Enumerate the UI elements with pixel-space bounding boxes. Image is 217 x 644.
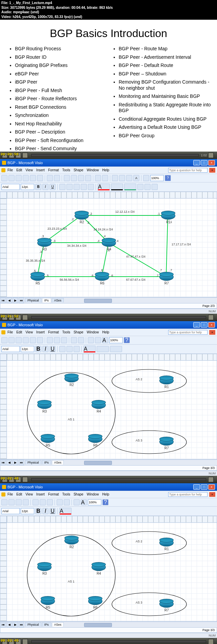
- tab-first-icon[interactable]: ⏮: [0, 298, 6, 303]
- menu-shape[interactable]: Shape: [74, 330, 83, 334]
- pointer-icon[interactable]: [88, 337, 94, 343]
- help-search-input[interactable]: [168, 330, 208, 335]
- router-r7[interactable]: [159, 600, 173, 607]
- volume-button[interactable]: [208, 315, 214, 320]
- router-r5[interactable]: [41, 435, 54, 442]
- justify-icon[interactable]: [81, 184, 87, 190]
- font-name-dropdown[interactable]: Arial: [1, 346, 20, 352]
- menu-window[interactable]: Window: [87, 330, 99, 334]
- tab-next-icon[interactable]: ▶: [13, 622, 18, 627]
- stop-button[interactable]: [22, 477, 28, 482]
- zoom-dropdown[interactable]: 100%: [88, 499, 101, 505]
- tab-next-icon[interactable]: ▶: [13, 460, 18, 465]
- router-r2[interactable]: [64, 537, 78, 544]
- underline-icon[interactable]: U: [50, 346, 56, 352]
- open-icon[interactable]: [8, 175, 15, 181]
- font-name-dropdown[interactable]: Arial: [1, 184, 20, 190]
- menu-insert[interactable]: Insert: [36, 492, 45, 496]
- save-icon[interactable]: [16, 175, 22, 181]
- redo-icon[interactable]: [64, 499, 70, 505]
- router-r4[interactable]: [92, 563, 105, 570]
- line-ends-icon[interactable]: [152, 184, 158, 190]
- mail-icon[interactable]: [23, 337, 29, 343]
- menu-view[interactable]: View: [25, 330, 33, 334]
- seek-track[interactable]: [31, 154, 199, 157]
- undo-icon[interactable]: [71, 337, 77, 343]
- underline-icon[interactable]: U: [50, 508, 56, 514]
- font-size-dropdown[interactable]: 12pt.: [21, 184, 34, 190]
- router-r3[interactable]: [37, 401, 51, 408]
- menu-insert[interactable]: Insert: [36, 168, 45, 172]
- shapes-icon[interactable]: [112, 175, 118, 181]
- menu-tools[interactable]: Tools: [62, 168, 70, 172]
- text-icon[interactable]: A: [133, 175, 139, 181]
- tab-last-icon[interactable]: ⏭: [19, 622, 24, 627]
- menu-file[interactable]: File: [7, 330, 13, 334]
- align-right-icon[interactable]: [74, 184, 80, 190]
- seek-track[interactable]: [31, 316, 206, 319]
- italic-icon[interactable]: I: [42, 346, 48, 352]
- menu-format[interactable]: Format: [48, 492, 59, 496]
- pointer-icon[interactable]: [74, 499, 80, 505]
- page-tab-ips[interactable]: IPs: [42, 622, 51, 627]
- undo-icon[interactable]: [57, 499, 63, 505]
- rectangle-icon[interactable]: [143, 175, 149, 181]
- print-icon[interactable]: [30, 175, 36, 181]
- help-icon[interactable]: ?: [165, 175, 171, 181]
- save-icon[interactable]: [16, 337, 22, 343]
- menu-shape[interactable]: Shape: [74, 492, 83, 496]
- drawing-canvas[interactable]: AS 2 AS 3 AS 1 R1 R2 R3 R4 R5 R6 R7: [7, 523, 217, 622]
- tab-first-icon[interactable]: ⏮: [0, 622, 6, 627]
- router-r2[interactable]: [75, 212, 88, 219]
- copy-icon[interactable]: [40, 499, 46, 505]
- page-tab-ases[interactable]: ASes: [52, 460, 64, 465]
- pointer-icon[interactable]: [119, 175, 125, 181]
- line-color-icon[interactable]: [97, 346, 109, 352]
- menu-window[interactable]: Window: [87, 492, 99, 496]
- horizontal-scrollbar[interactable]: [64, 460, 217, 465]
- page-tab-physical[interactable]: Physical: [25, 298, 41, 302]
- menu-tools[interactable]: Tools: [62, 492, 70, 496]
- tab-prev-icon[interactable]: ◀: [6, 298, 12, 303]
- router-r6[interactable]: [88, 597, 102, 604]
- router-r6[interactable]: [88, 435, 102, 442]
- router-r4[interactable]: [92, 401, 105, 408]
- router-r1[interactable]: [159, 539, 173, 546]
- router-r4[interactable]: [102, 239, 115, 246]
- italic-icon[interactable]: I: [42, 184, 48, 190]
- font-size-dropdown[interactable]: 12pt.: [21, 346, 34, 352]
- maximize-button[interactable]: □: [201, 160, 208, 166]
- page-tab-physical[interactable]: Physical: [25, 622, 41, 627]
- page-tab-ases[interactable]: ASes: [52, 622, 64, 627]
- underline-icon[interactable]: U: [50, 184, 56, 190]
- maximize-button[interactable]: □: [201, 484, 208, 490]
- help-search-input[interactable]: [168, 492, 208, 497]
- menu-edit[interactable]: Edit: [16, 492, 22, 496]
- save-icon[interactable]: [16, 499, 22, 505]
- font-color-icon[interactable]: A: [98, 184, 110, 190]
- align-center-icon[interactable]: [66, 184, 73, 190]
- maximize-button[interactable]: □: [201, 322, 208, 328]
- router-r5[interactable]: [41, 597, 54, 604]
- menu-view[interactable]: View: [25, 492, 33, 496]
- seek-track[interactable]: [31, 640, 206, 643]
- open-icon[interactable]: [8, 499, 15, 505]
- horizontal-scrollbar[interactable]: [64, 298, 217, 303]
- tab-last-icon[interactable]: ⏭: [19, 298, 24, 303]
- format-painter-icon[interactable]: [85, 175, 91, 181]
- stop-button[interactable]: [22, 315, 28, 320]
- volume-button[interactable]: [208, 153, 214, 158]
- mail-icon[interactable]: [23, 175, 29, 181]
- horizontal-scrollbar[interactable]: [64, 622, 217, 627]
- menu-help[interactable]: Help: [102, 330, 109, 334]
- connector-icon[interactable]: [126, 175, 132, 181]
- router-r1[interactable]: [161, 212, 175, 219]
- preview-icon[interactable]: [37, 337, 43, 343]
- print-icon[interactable]: [23, 499, 29, 505]
- new-icon[interactable]: [1, 175, 7, 181]
- tab-next-icon[interactable]: ▶: [13, 298, 18, 303]
- align-left-icon[interactable]: [59, 346, 65, 352]
- copy-icon[interactable]: [54, 337, 60, 343]
- text-icon[interactable]: A: [81, 499, 87, 505]
- minimize-button[interactable]: _: [193, 484, 200, 490]
